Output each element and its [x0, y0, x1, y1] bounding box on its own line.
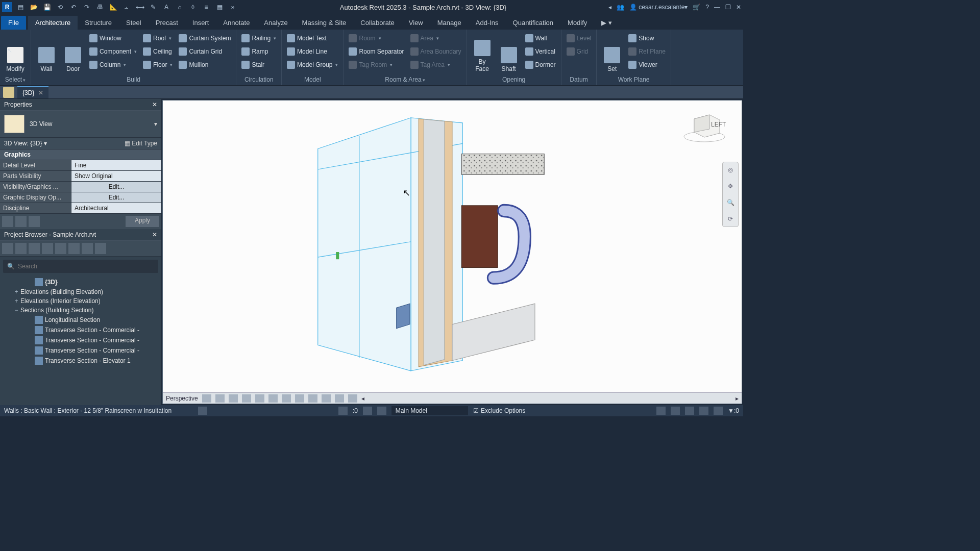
filter-icon[interactable]: ▼:0 — [728, 407, 739, 414]
project-browser-search[interactable]: 🔍 — [3, 260, 158, 273]
tab-play-icon[interactable]: ▶ ▾ — [594, 16, 619, 30]
select-links-icon[interactable] — [656, 407, 666, 415]
ceiling-button[interactable]: Ceiling — [141, 45, 175, 58]
property-edit-button[interactable]: Edit... — [71, 192, 161, 203]
area-button[interactable]: Area — [408, 32, 463, 45]
tree-node[interactable]: +Elevations (Interior Elevation) — [0, 296, 161, 306]
dormer-button[interactable]: Dormer — [523, 58, 558, 71]
railing-button[interactable]: Railing — [239, 32, 278, 45]
collab-icon[interactable]: 👥 — [617, 4, 624, 11]
roof-button[interactable]: Roof — [141, 32, 175, 45]
tab-modify[interactable]: Modify — [560, 16, 594, 30]
default3d-icon[interactable]: ⌂ — [175, 2, 185, 12]
property-value[interactable]: Show Original — [71, 171, 161, 181]
restore-icon[interactable]: ❐ — [725, 4, 731, 11]
tree-node[interactable]: Transverse Section - Commercial - — [0, 325, 161, 335]
crop-region-icon[interactable] — [268, 394, 278, 403]
view-tab-3d[interactable]: {3D} ✕ — [17, 86, 48, 98]
temp-hide-icon[interactable] — [295, 394, 304, 403]
expand-icon[interactable]: + — [12, 297, 20, 305]
ramp-button[interactable]: Ramp — [239, 45, 278, 58]
model-line-button[interactable]: Model Line — [285, 45, 340, 58]
help-icon[interactable]: ? — [705, 4, 709, 11]
type-dropdown-icon[interactable]: ▾ — [154, 120, 157, 128]
door-button[interactable]: Door — [61, 32, 85, 73]
more-icon[interactable]: » — [228, 2, 238, 12]
tab-manage[interactable]: Manage — [430, 16, 469, 30]
pb-sheets-icon[interactable] — [29, 243, 40, 254]
pb-families-icon[interactable] — [68, 243, 80, 254]
tab-structure[interactable]: Structure — [78, 16, 119, 30]
dim-icon[interactable]: ⟷ — [135, 2, 145, 12]
floor-button[interactable]: Floor — [141, 58, 175, 71]
open-icon[interactable]: 📂 — [29, 2, 39, 12]
property-category[interactable]: Graphics — [0, 149, 161, 160]
by-face-button[interactable]: By Face — [470, 32, 495, 73]
tab-steel[interactable]: Steel — [119, 16, 149, 30]
home-view-icon[interactable] — [3, 87, 14, 98]
shaft-button[interactable]: Shaft — [497, 32, 521, 73]
pb-home-icon[interactable] — [2, 243, 13, 254]
instance-filter[interactable]: 3D View: {3D} ▾ — [4, 140, 125, 147]
tree-node[interactable]: −Sections (Building Section) — [0, 306, 161, 315]
thin-lines-icon[interactable]: ≡ — [201, 2, 211, 12]
design-options-icon2[interactable] — [377, 407, 386, 415]
mullion-button[interactable]: Mullion — [177, 58, 233, 71]
edit-type-button[interactable]: ▦ Edit Type — [125, 140, 157, 147]
pan-icon[interactable]: ✥ — [725, 181, 736, 192]
sync-icon[interactable]: ⟲ — [55, 2, 65, 12]
tab-analyze[interactable]: Analyze — [257, 16, 295, 30]
tag-room-button[interactable]: Tag Room — [347, 58, 406, 71]
stair-button[interactable]: Stair — [239, 58, 278, 71]
property-value[interactable]: Fine — [71, 160, 161, 170]
wall-button[interactable]: Wall — [34, 32, 59, 73]
tag-icon[interactable]: ✎ — [148, 2, 158, 12]
active-workset[interactable]: Main Model — [391, 406, 468, 415]
tab-view[interactable]: View — [402, 16, 430, 30]
vertical-opening-button[interactable]: Vertical — [523, 45, 558, 58]
tab-annotate[interactable]: Annotate — [216, 16, 257, 30]
curtain-grid-button[interactable]: Curtain Grid — [177, 45, 233, 58]
align-icon[interactable]: ⫠ — [121, 2, 132, 12]
search-input[interactable] — [18, 263, 154, 270]
ref-plane-button[interactable]: Ref Plane — [626, 45, 668, 58]
tab-massing[interactable]: Massing & Site — [295, 16, 354, 30]
viewer-button[interactable]: Viewer — [626, 58, 668, 71]
curtain-system-button[interactable]: Curtain System — [177, 32, 233, 45]
expand-icon[interactable]: + — [12, 288, 20, 295]
reveal-hidden-icon[interactable] — [308, 394, 317, 403]
tree-node[interactable]: +Elevations (Building Elevation) — [0, 287, 161, 296]
cart-icon[interactable]: 🛒 — [693, 4, 700, 11]
close-icon[interactable]: ✕ — [736, 4, 741, 11]
pb-links-icon[interactable] — [95, 243, 106, 254]
tab-precast[interactable]: Precast — [149, 16, 185, 30]
tag-area-button[interactable]: Tag Area — [408, 58, 463, 71]
group-select-label[interactable]: Select — [3, 75, 28, 84]
select-face-icon[interactable] — [699, 407, 708, 415]
column-button[interactable]: Column — [87, 58, 139, 71]
zoom-icon[interactable]: 🔍 — [725, 197, 736, 208]
user-menu[interactable]: 👤 cesar.r.escalante▾ — [629, 4, 688, 11]
scroll-right-icon[interactable]: ▸ — [736, 395, 739, 402]
crop-view-icon[interactable] — [255, 394, 264, 403]
design-options-icon[interactable] — [363, 407, 372, 415]
scroll-left-icon[interactable]: ◂ — [361, 395, 364, 402]
view-cube[interactable]: LEFT — [681, 109, 727, 144]
viewport-3d[interactable]: LEFT ◎ ✥ 🔍 ⟳ ↖ Perspective ◂ — [162, 100, 742, 404]
drag-elements-icon[interactable] — [714, 407, 723, 415]
visual-style-icon[interactable] — [202, 394, 211, 403]
worksharing-display-icon[interactable] — [322, 394, 331, 403]
tab-addins[interactable]: Add-Ins — [469, 16, 506, 30]
tab-architecture[interactable]: Architecture — [28, 16, 78, 30]
full-nav-wheel-icon[interactable]: ◎ — [725, 164, 736, 176]
property-value[interactable]: Architectural — [71, 203, 161, 213]
tree-node[interactable]: Transverse Section - Commercial - — [0, 335, 161, 345]
print-icon[interactable]: 🖶 — [95, 2, 105, 12]
editable-only-icon[interactable] — [338, 407, 348, 415]
save-icon[interactable]: 💾 — [42, 2, 52, 12]
properties-close-icon[interactable]: ✕ — [152, 101, 157, 108]
pb-groups-icon[interactable] — [82, 243, 93, 254]
section-icon[interactable]: ◊ — [188, 2, 198, 12]
lock-3d-icon[interactable] — [282, 394, 291, 403]
grid-button[interactable]: Grid — [565, 45, 594, 58]
